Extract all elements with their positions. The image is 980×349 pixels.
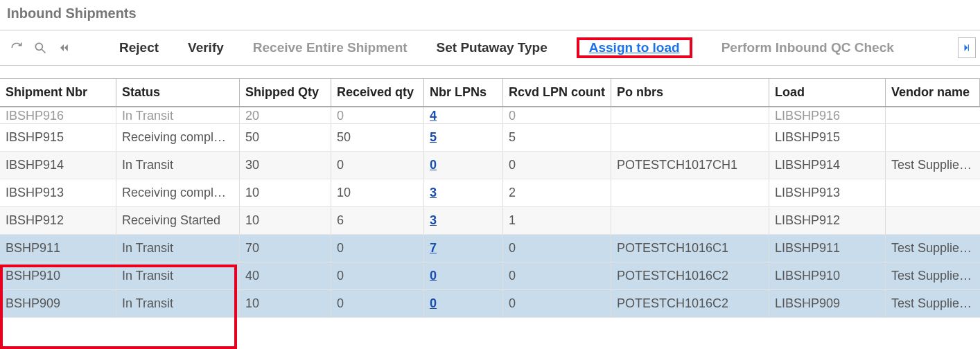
cell-load: LIBSHP911 bbox=[769, 235, 886, 262]
lpn-link[interactable]: 4 bbox=[430, 109, 437, 123]
cell-shipment-nbr: BSHP911 bbox=[0, 235, 116, 262]
perform-inbound-qc-button: Perform Inbound QC Check bbox=[721, 40, 894, 55]
cell-load: LIBSHP914 bbox=[769, 152, 886, 179]
col-received-qty[interactable]: Received qty bbox=[331, 79, 424, 106]
lpn-link[interactable]: 3 bbox=[430, 186, 437, 199]
cell-shipment-nbr: IBSHP912 bbox=[0, 207, 116, 234]
cell-po-nbrs: POTESTCH1016C2 bbox=[611, 262, 769, 289]
cell-rcvd-lpn-count: 2 bbox=[503, 179, 611, 206]
cell-vendor-name: Test Supplie… bbox=[886, 262, 980, 289]
svg-point-0 bbox=[35, 43, 42, 50]
cell-po-nbrs bbox=[611, 124, 769, 151]
cell-status: Receiving Started bbox=[116, 207, 240, 234]
table-header-row: Shipment Nbr Status Shipped Qty Received… bbox=[0, 79, 980, 107]
lpn-link[interactable]: 0 bbox=[430, 158, 437, 172]
cell-rcvd-lpn-count: 5 bbox=[503, 124, 611, 151]
cell-rcvd-lpn-count: 0 bbox=[503, 290, 611, 317]
table-row[interactable]: IBSHP913Receiving compl…101032LIBSHP913 bbox=[0, 179, 980, 207]
cell-po-nbrs: POTESTCH1017CH1 bbox=[611, 152, 769, 179]
cell-load: LIBSHP913 bbox=[769, 179, 886, 206]
cell-po-nbrs: POTESTCH1016C1 bbox=[611, 235, 769, 262]
table-row[interactable]: BSHP911In Transit70070POTESTCH1016C1LIBS… bbox=[0, 235, 980, 262]
cell-vendor-name bbox=[886, 179, 980, 206]
lpn-link[interactable]: 5 bbox=[430, 130, 437, 144]
table-row[interactable]: BSHP910In Transit40000POTESTCH1016C2LIBS… bbox=[0, 262, 980, 290]
cell-nbr-lpns[interactable]: 4 bbox=[424, 107, 503, 123]
cell-shipment-nbr: BSHP910 bbox=[0, 262, 116, 289]
cell-nbr-lpns[interactable]: 7 bbox=[424, 235, 503, 262]
cell-shipped-qty: 70 bbox=[240, 235, 331, 262]
col-rcvd-lpn-count[interactable]: Rcvd LPN count bbox=[503, 79, 611, 106]
refresh-icon[interactable] bbox=[7, 38, 26, 57]
col-shipment-nbr[interactable]: Shipment Nbr bbox=[0, 79, 116, 106]
cell-load: LIBSHP915 bbox=[769, 124, 886, 151]
cell-load: LIBSHP910 bbox=[769, 262, 886, 289]
table-row[interactable]: IBSHP912Receiving Started10631LIBSHP912 bbox=[0, 207, 980, 235]
svg-line-1 bbox=[42, 50, 46, 53]
cell-received-qty: 0 bbox=[331, 152, 424, 179]
table-row[interactable]: IBSHP916In Transit20040LIBSHP916 bbox=[0, 107, 980, 124]
cell-received-qty: 0 bbox=[331, 107, 424, 123]
cell-nbr-lpns[interactable]: 0 bbox=[424, 290, 503, 317]
assign-to-load-highlight-frame: Assign to load bbox=[577, 37, 692, 58]
cell-vendor-name: Test Supplie… bbox=[886, 235, 980, 262]
col-shipped-qty[interactable]: Shipped Qty bbox=[240, 79, 331, 106]
lpn-link[interactable]: 7 bbox=[430, 241, 437, 255]
cell-status: In Transit bbox=[116, 152, 240, 179]
cell-shipped-qty: 40 bbox=[240, 262, 331, 289]
cell-shipment-nbr: IBSHP913 bbox=[0, 179, 116, 206]
action-bar: Reject Verify Receive Entire Shipment Se… bbox=[119, 37, 894, 58]
cell-nbr-lpns[interactable]: 3 bbox=[424, 207, 503, 234]
col-status[interactable]: Status bbox=[116, 79, 240, 106]
cell-status: In Transit bbox=[116, 262, 240, 289]
toolbar: Reject Verify Receive Entire Shipment Se… bbox=[0, 30, 980, 66]
collapse-left-icon[interactable] bbox=[54, 38, 73, 57]
cell-received-qty: 0 bbox=[331, 262, 424, 289]
set-putaway-type-button[interactable]: Set Putaway Type bbox=[437, 40, 548, 55]
cell-shipment-nbr: IBSHP915 bbox=[0, 124, 116, 151]
cell-po-nbrs bbox=[611, 179, 769, 206]
cell-po-nbrs: POTESTCH1016C2 bbox=[611, 290, 769, 317]
cell-received-qty: 10 bbox=[331, 179, 424, 206]
page-title: Inbound Shipments bbox=[0, 0, 980, 30]
lpn-link[interactable]: 3 bbox=[430, 213, 437, 227]
cell-shipment-nbr: BSHP909 bbox=[0, 290, 116, 317]
receive-entire-shipment-button: Receive Entire Shipment bbox=[253, 40, 408, 55]
search-icon[interactable] bbox=[30, 38, 50, 57]
cell-po-nbrs bbox=[611, 107, 769, 123]
assign-to-load-button[interactable]: Assign to load bbox=[579, 36, 690, 59]
cell-shipment-nbr: IBSHP916 bbox=[0, 107, 116, 123]
cell-nbr-lpns[interactable]: 5 bbox=[424, 124, 503, 151]
cell-rcvd-lpn-count: 0 bbox=[503, 262, 611, 289]
cell-shipped-qty: 10 bbox=[240, 290, 331, 317]
table-row[interactable]: IBSHP914In Transit30000POTESTCH1017CH1LI… bbox=[0, 152, 980, 179]
cell-rcvd-lpn-count: 0 bbox=[503, 107, 611, 123]
cell-vendor-name: Test Supplie… bbox=[886, 152, 980, 179]
svg-rect-2 bbox=[968, 44, 969, 51]
cell-vendor-name bbox=[886, 107, 980, 123]
table-row[interactable]: IBSHP915Receiving compl…505055LIBSHP915 bbox=[0, 124, 980, 152]
col-vendor-name[interactable]: Vendor name bbox=[886, 79, 980, 106]
lpn-link[interactable]: 0 bbox=[430, 269, 437, 283]
cell-nbr-lpns[interactable]: 3 bbox=[424, 179, 503, 206]
cell-rcvd-lpn-count: 0 bbox=[503, 152, 611, 179]
cell-vendor-name: Test Supplie… bbox=[886, 290, 980, 317]
toolbar-overflow-icon[interactable] bbox=[958, 37, 976, 58]
reject-button[interactable]: Reject bbox=[119, 40, 159, 55]
shipments-table: Shipment Nbr Status Shipped Qty Received… bbox=[0, 78, 980, 318]
cell-nbr-lpns[interactable]: 0 bbox=[424, 152, 503, 179]
lpn-link[interactable]: 0 bbox=[430, 296, 437, 310]
cell-status: Receiving compl… bbox=[116, 179, 240, 206]
cell-load: LIBSHP912 bbox=[769, 207, 886, 234]
col-po-nbrs[interactable]: Po nbrs bbox=[611, 79, 769, 106]
cell-shipped-qty: 10 bbox=[240, 207, 331, 234]
cell-received-qty: 0 bbox=[331, 290, 424, 317]
table-row[interactable]: BSHP909In Transit10000POTESTCH1016C2LIBS… bbox=[0, 290, 980, 318]
col-nbr-lpns[interactable]: Nbr LPNs bbox=[424, 79, 503, 106]
verify-button[interactable]: Verify bbox=[188, 40, 224, 55]
cell-shipped-qty: 20 bbox=[240, 107, 331, 123]
cell-nbr-lpns[interactable]: 0 bbox=[424, 262, 503, 289]
cell-vendor-name bbox=[886, 124, 980, 151]
cell-rcvd-lpn-count: 0 bbox=[503, 235, 611, 262]
col-load[interactable]: Load bbox=[769, 79, 886, 106]
